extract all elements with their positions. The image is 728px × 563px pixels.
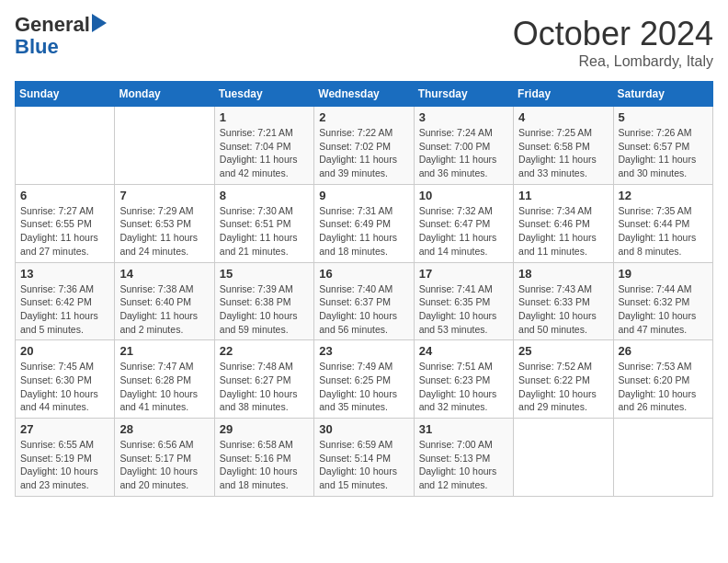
day-number: 22 (220, 344, 309, 358)
day-number: 15 (220, 267, 309, 281)
day-info: Sunrise: 7:26 AM Sunset: 6:57 PM Dayligh… (619, 126, 708, 180)
calendar-cell: 27Sunrise: 6:55 AM Sunset: 5:19 PM Dayli… (16, 419, 115, 497)
calendar-week-row: 20Sunrise: 7:45 AM Sunset: 6:30 PM Dayli… (16, 340, 713, 419)
day-number: 12 (619, 189, 708, 202)
location-title: Rea, Lombardy, Italy (513, 53, 713, 70)
calendar-week-row: 1Sunrise: 7:21 AM Sunset: 7:04 PM Daylig… (16, 107, 713, 185)
day-number: 13 (20, 267, 109, 281)
calendar-cell: 28Sunrise: 6:56 AM Sunset: 5:17 PM Dayli… (115, 419, 214, 497)
calendar-cell: 30Sunrise: 6:59 AM Sunset: 5:14 PM Dayli… (314, 419, 414, 497)
calendar-cell: 8Sunrise: 7:30 AM Sunset: 6:51 PM Daylig… (214, 184, 313, 262)
calendar-cell: 26Sunrise: 7:53 AM Sunset: 6:20 PM Dayli… (613, 340, 712, 419)
day-info: Sunrise: 7:41 AM Sunset: 6:35 PM Dayligh… (419, 282, 508, 337)
calendar-cell (16, 107, 115, 185)
logo-text-blue: Blue (15, 35, 59, 59)
page-header: General Blue October 2024 Rea, Lombardy,… (15, 15, 713, 70)
calendar-cell: 16Sunrise: 7:40 AM Sunset: 6:37 PM Dayli… (314, 262, 414, 340)
weekday-header-monday: Monday (115, 82, 214, 107)
weekday-header-wednesday: Wednesday (314, 82, 414, 107)
day-number: 27 (20, 422, 109, 436)
day-info: Sunrise: 7:53 AM Sunset: 6:20 PM Dayligh… (619, 360, 708, 414)
calendar-cell: 5Sunrise: 7:26 AM Sunset: 6:57 PM Daylig… (613, 107, 712, 185)
logo-arrow-icon (92, 14, 107, 32)
weekday-header-thursday: Thursday (414, 82, 513, 107)
calendar-cell: 25Sunrise: 7:52 AM Sunset: 6:22 PM Dayli… (514, 340, 613, 419)
day-info: Sunrise: 7:32 AM Sunset: 6:47 PM Dayligh… (419, 204, 508, 259)
day-info: Sunrise: 7:29 AM Sunset: 6:53 PM Dayligh… (119, 204, 209, 259)
day-number: 5 (619, 110, 708, 124)
day-info: Sunrise: 7:22 AM Sunset: 7:02 PM Dayligh… (319, 126, 408, 180)
day-number: 16 (319, 267, 408, 281)
day-info: Sunrise: 7:52 AM Sunset: 6:22 PM Dayligh… (518, 360, 608, 414)
day-number: 26 (619, 344, 708, 358)
calendar-cell: 22Sunrise: 7:48 AM Sunset: 6:27 PM Dayli… (214, 340, 313, 419)
calendar-cell: 18Sunrise: 7:43 AM Sunset: 6:33 PM Dayli… (514, 262, 613, 340)
day-number: 31 (419, 422, 508, 436)
calendar-cell: 24Sunrise: 7:51 AM Sunset: 6:23 PM Dayli… (414, 340, 513, 419)
day-number: 2 (319, 110, 408, 124)
day-number: 29 (220, 422, 309, 436)
calendar-cell: 23Sunrise: 7:49 AM Sunset: 6:25 PM Dayli… (314, 340, 414, 419)
day-info: Sunrise: 7:38 AM Sunset: 6:40 PM Dayligh… (119, 282, 209, 337)
calendar-cell: 15Sunrise: 7:39 AM Sunset: 6:38 PM Dayli… (214, 262, 313, 340)
calendar-body: 1Sunrise: 7:21 AM Sunset: 7:04 PM Daylig… (16, 107, 713, 497)
calendar-cell: 21Sunrise: 7:47 AM Sunset: 6:28 PM Dayli… (115, 340, 214, 419)
calendar-header-row: SundayMondayTuesdayWednesdayThursdayFrid… (16, 82, 713, 107)
calendar-cell: 12Sunrise: 7:35 AM Sunset: 6:44 PM Dayli… (613, 184, 712, 262)
day-info: Sunrise: 7:49 AM Sunset: 6:25 PM Dayligh… (319, 360, 408, 414)
day-info: Sunrise: 7:43 AM Sunset: 6:33 PM Dayligh… (518, 282, 608, 337)
calendar-cell: 4Sunrise: 7:25 AM Sunset: 6:58 PM Daylig… (514, 107, 613, 185)
calendar-cell: 29Sunrise: 6:58 AM Sunset: 5:16 PM Dayli… (214, 419, 313, 497)
day-info: Sunrise: 7:48 AM Sunset: 6:27 PM Dayligh… (220, 360, 309, 414)
day-info: Sunrise: 7:25 AM Sunset: 6:58 PM Dayligh… (518, 126, 608, 180)
day-info: Sunrise: 6:55 AM Sunset: 5:19 PM Dayligh… (20, 438, 109, 492)
calendar-table: SundayMondayTuesdayWednesdayThursdayFrid… (15, 81, 713, 497)
day-info: Sunrise: 6:58 AM Sunset: 5:16 PM Dayligh… (220, 438, 309, 492)
day-info: Sunrise: 7:40 AM Sunset: 6:37 PM Dayligh… (319, 282, 408, 337)
calendar-cell: 13Sunrise: 7:36 AM Sunset: 6:42 PM Dayli… (16, 262, 115, 340)
title-block: October 2024 Rea, Lombardy, Italy (513, 15, 713, 70)
day-number: 6 (20, 189, 109, 202)
day-number: 1 (220, 110, 309, 124)
day-info: Sunrise: 7:45 AM Sunset: 6:30 PM Dayligh… (20, 360, 109, 414)
day-info: Sunrise: 7:21 AM Sunset: 7:04 PM Dayligh… (220, 126, 309, 180)
calendar-cell (613, 419, 712, 497)
calendar-cell (514, 419, 613, 497)
weekday-header-friday: Friday (514, 82, 613, 107)
day-info: Sunrise: 7:31 AM Sunset: 6:49 PM Dayligh… (319, 204, 408, 259)
day-info: Sunrise: 7:34 AM Sunset: 6:46 PM Dayligh… (518, 204, 608, 259)
calendar-cell: 2Sunrise: 7:22 AM Sunset: 7:02 PM Daylig… (314, 107, 414, 185)
day-number: 28 (119, 422, 209, 436)
day-number: 21 (119, 344, 209, 358)
weekday-header-tuesday: Tuesday (214, 82, 313, 107)
day-info: Sunrise: 7:44 AM Sunset: 6:32 PM Dayligh… (619, 282, 708, 337)
weekday-header-saturday: Saturday (613, 82, 712, 107)
day-number: 8 (220, 189, 309, 202)
calendar-cell: 20Sunrise: 7:45 AM Sunset: 6:30 PM Dayli… (16, 340, 115, 419)
day-number: 30 (319, 422, 408, 436)
calendar-cell: 17Sunrise: 7:41 AM Sunset: 6:35 PM Dayli… (414, 262, 513, 340)
day-info: Sunrise: 7:00 AM Sunset: 5:13 PM Dayligh… (419, 438, 508, 492)
logo: General Blue (15, 15, 107, 59)
day-info: Sunrise: 7:39 AM Sunset: 6:38 PM Dayligh… (220, 282, 309, 337)
calendar-cell: 31Sunrise: 7:00 AM Sunset: 5:13 PM Dayli… (414, 419, 513, 497)
calendar-cell: 11Sunrise: 7:34 AM Sunset: 6:46 PM Dayli… (514, 184, 613, 262)
month-title: October 2024 (513, 15, 713, 53)
day-info: Sunrise: 7:35 AM Sunset: 6:44 PM Dayligh… (619, 204, 708, 259)
calendar-cell: 3Sunrise: 7:24 AM Sunset: 7:00 PM Daylig… (414, 107, 513, 185)
calendar-cell: 9Sunrise: 7:31 AM Sunset: 6:49 PM Daylig… (314, 184, 414, 262)
day-number: 25 (518, 344, 608, 358)
calendar-cell: 7Sunrise: 7:29 AM Sunset: 6:53 PM Daylig… (115, 184, 214, 262)
calendar-week-row: 6Sunrise: 7:27 AM Sunset: 6:55 PM Daylig… (16, 184, 713, 262)
calendar-cell: 10Sunrise: 7:32 AM Sunset: 6:47 PM Dayli… (414, 184, 513, 262)
day-number: 19 (619, 267, 708, 281)
day-number: 24 (419, 344, 508, 358)
calendar-cell: 1Sunrise: 7:21 AM Sunset: 7:04 PM Daylig… (214, 107, 313, 185)
calendar-cell: 14Sunrise: 7:38 AM Sunset: 6:40 PM Dayli… (115, 262, 214, 340)
day-number: 11 (518, 189, 608, 202)
day-info: Sunrise: 7:27 AM Sunset: 6:55 PM Dayligh… (20, 204, 109, 259)
day-info: Sunrise: 7:51 AM Sunset: 6:23 PM Dayligh… (419, 360, 508, 414)
day-number: 7 (119, 189, 209, 202)
day-number: 10 (419, 189, 508, 202)
day-info: Sunrise: 6:56 AM Sunset: 5:17 PM Dayligh… (119, 438, 209, 492)
